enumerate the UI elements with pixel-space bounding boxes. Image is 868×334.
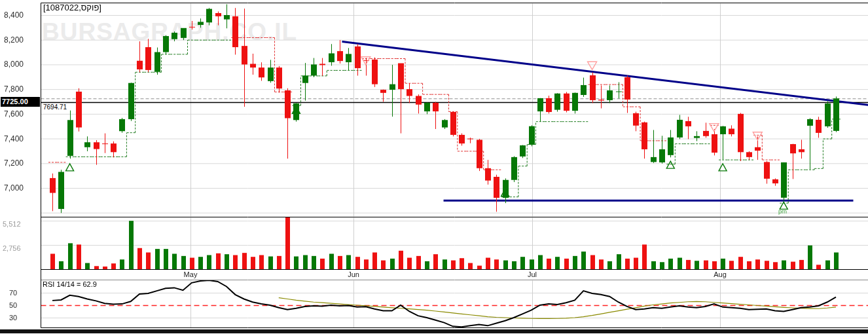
chart-plot-area[interactable] bbox=[0, 0, 868, 334]
rsi-indicator-label: RSI 14/14 = 62.9 bbox=[43, 280, 97, 288]
price-tick-label: 7,800 bbox=[4, 84, 24, 94]
rsi-tick-label: 70 bbox=[9, 289, 17, 297]
month-label: May bbox=[184, 270, 198, 278]
rsi-tick-label: 50 bbox=[9, 301, 17, 309]
volume-tick-label: 2,756 bbox=[3, 244, 21, 252]
rsi-tick-label: 30 bbox=[9, 314, 17, 322]
month-label: Jul bbox=[528, 270, 537, 278]
symbol-title: [1087022,פוקס] bbox=[43, 3, 101, 12]
volume-tick-label: 5,512 bbox=[3, 220, 21, 228]
ref-price-label: 7694.71 bbox=[42, 103, 68, 111]
price-tick-label: 7,200 bbox=[4, 158, 24, 168]
month-label: Jun bbox=[348, 270, 359, 278]
price-tick-label: 7,600 bbox=[4, 109, 24, 119]
price-tick-label: 8,200 bbox=[4, 35, 24, 45]
price-tick-label: 8,000 bbox=[4, 60, 24, 69]
price-tick-label: 7,000 bbox=[4, 183, 24, 193]
chart-window: BURSAGRAPH.CO.IL [1087022,פוקס] 7725.00 … bbox=[0, 0, 868, 334]
last-price-badge: 7725.00 bbox=[1, 97, 40, 107]
price-tick-label: 7,400 bbox=[4, 134, 24, 143]
month-label: Aug bbox=[714, 270, 727, 278]
buy-signal-text: prn bbox=[778, 208, 787, 215]
price-tick-label: 8,400 bbox=[4, 10, 24, 20]
